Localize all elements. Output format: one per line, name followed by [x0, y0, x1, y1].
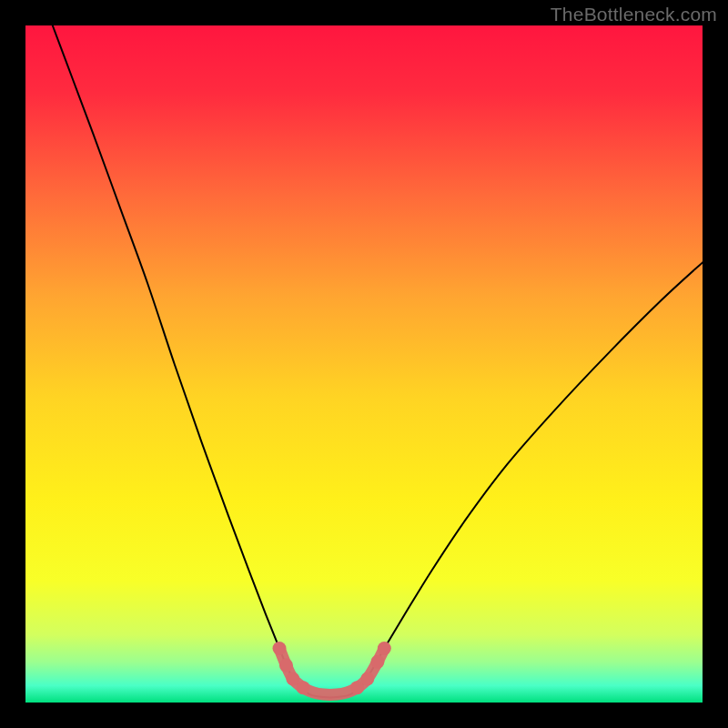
watermark-text: TheBottleneck.com [551, 4, 717, 25]
optimal-band-marker [378, 642, 391, 655]
gradient-background [25, 25, 703, 703]
optimal-band-marker [370, 655, 384, 669]
plot-area [25, 25, 703, 703]
optimal-band-marker [273, 642, 287, 655]
chart-svg [25, 25, 703, 703]
optimal-band-marker [279, 659, 293, 672]
optimal-band-marker [297, 681, 310, 694]
chart-frame: TheBottleneck.com [0, 0, 728, 728]
optimal-band-marker [360, 672, 374, 685]
